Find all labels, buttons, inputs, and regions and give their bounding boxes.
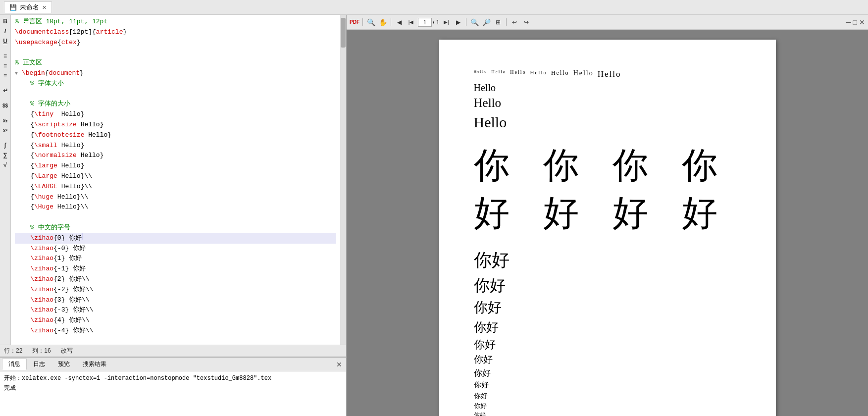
sum-button[interactable]: ∑ [1,151,10,159]
code-line: \documentclass[12pt]{article} [15,27,336,38]
code-line: % 中文的字号 [15,223,336,233]
scrollbar[interactable] [340,15,346,345]
code-line: % 字体的大小 [15,99,336,109]
scrollbar-thumb[interactable] [341,18,346,48]
log-line-2: 完成 [4,383,342,393]
align-left-button[interactable]: ≡ [1,52,10,60]
large-hellos: Hello Hello Hello [474,81,741,132]
subscript-button[interactable]: x₂ [1,116,10,125]
nihao-stack: 你好 你好 你好 你好 你好 你好 你好 你好 你好 你好 你好 你好 你好 [474,247,741,416]
zoom-out-button[interactable]: 🔍 [469,17,479,27]
bottom-tabs: 消息 日志 预览 搜索结果 ✕ [0,358,346,371]
code-line: {\footnotesize Hello} [15,130,336,141]
pdf-view[interactable]: Hello Hello Hello Hello Hello Hello Hell… [347,30,868,416]
code-editor[interactable]: % 导言区 10pt, 11pt, 12pt \documentclass[12… [11,15,340,345]
code-line: % 字体大小 [15,79,336,89]
page-separator: / 1 [433,19,439,26]
code-line: \zihao{3} 你好\\ [15,295,336,306]
right-panel: PDF 🔍 ✋ ◀ |◀ 1 / 1 ▶| ▶ 🔍 🔎 ⊞ ↩ ↪ ─ □ [347,15,868,416]
align-right-button[interactable]: ≡ [1,71,10,80]
edit-mode: 改写 [61,347,73,355]
code-line: \zihao{-4} 你好\\ [15,326,336,336]
current-page-input[interactable]: 1 [418,18,432,27]
cursor [82,233,83,240]
code-line: {\huge Hello}\\ [15,192,336,203]
maximize-button[interactable]: □ [853,18,857,26]
tab-close-button[interactable]: ✕ [42,4,47,11]
bottom-close-button[interactable]: ✕ [334,361,344,368]
pdf-icon: PDF [350,17,359,27]
pdf-toolbar: PDF 🔍 ✋ ◀ |◀ 1 / 1 ▶| ▶ 🔍 🔎 ⊞ ↩ ↪ ─ □ [347,15,868,30]
search-pdf-button[interactable]: 🔍 [366,17,376,27]
bottom-content: 开始：xelatex.exe -synctex=1 -interaction=n… [0,371,346,416]
code-line-highlighted: \zihao{0} 你好 [15,233,336,244]
code-line: \zihao{-2} 你好\\ [15,285,336,295]
code-line: {\tiny Hello} [15,109,336,120]
tab-title: 未命名 [20,3,39,12]
nihao-large-row: 你好 你好 你好 你好 [474,142,741,237]
code-line: {\small Hello} [15,141,336,151]
title-bar: 💾 未命名 ✕ [0,0,868,15]
minimize-button[interactable]: ─ [846,18,851,26]
next-page-button[interactable]: ▶ [453,17,463,27]
code-line: \zihao{1} 你好 [15,254,336,264]
integral-button[interactable]: ∫ [1,141,10,150]
code-line [15,89,336,100]
close-panel-button[interactable]: ✕ [859,18,865,26]
code-line: {\LARGE Hello}\\ [15,182,336,192]
left-panel: B I U ≡ ≡ ≡ ↵ $$ x₂ x² ∫ ∑ √ [0,15,347,416]
window-buttons: ─ □ ✕ [846,18,865,26]
code-line: \zihao{-3} 你好\\ [15,305,336,315]
code-line: ▼ \begin{document} [15,68,336,79]
code-line: \zihao{-0} 你好 [15,244,336,254]
align-center-button[interactable]: ≡ [1,61,10,70]
code-line: {\scriptsize Hello} [15,120,336,130]
last-page-button[interactable]: ▶| [441,17,451,27]
tab-search[interactable]: 搜索结果 [76,359,113,370]
editor-container: B I U ≡ ≡ ≡ ↵ $$ x₂ x² ∫ ∑ √ [0,15,346,345]
math-button[interactable]: $$ [1,101,10,110]
log-line-1: 开始：xelatex.exe -synctex=1 -interaction=n… [4,373,342,383]
code-line: {\Large Hello}\\ [15,171,336,182]
hand-tool-button[interactable]: ✋ [378,17,388,27]
code-line: \zihao{2} 你好\\ [15,274,336,285]
prev-page-button[interactable]: ◀ [394,17,404,27]
italic-button[interactable]: I [1,27,10,36]
code-line: \usepackage{ctex} [15,38,336,48]
code-line: % 正文区 [15,58,336,68]
tab-preview[interactable]: 预览 [51,359,76,370]
back-button[interactable]: ↩ [510,17,519,27]
code-line: \zihao{4} 你好\\ [15,315,336,326]
pdf-page: Hello Hello Hello Hello Hello Hello Hell… [439,40,776,416]
code-line: {\normalsize Hello} [15,151,336,161]
underline-button[interactable]: U [1,37,10,46]
tab-log[interactable]: 日志 [27,359,51,370]
main-area: B I U ≡ ≡ ≡ ↵ $$ x₂ x² ∫ ∑ √ [0,15,868,416]
col-label: 列：16 [32,347,51,355]
bold-button[interactable]: B [1,17,10,26]
code-line: \zihao{-1} 你好 [15,264,336,274]
row-label: 行：22 [4,347,22,355]
status-bar: 行：22 列：16 改写 [0,345,346,357]
forward-button[interactable]: ↪ [521,17,531,27]
code-line [15,48,336,58]
page-info: 1 / 1 [418,18,439,27]
zoom-in-button[interactable]: 🔎 [481,17,491,27]
left-toolbar: B I U ≡ ≡ ≡ ↵ $$ x₂ x² ∫ ∑ √ [0,15,11,345]
code-line: % 导言区 10pt, 11pt, 12pt [15,17,336,27]
sqrt-button[interactable]: √ [1,160,10,169]
bottom-panel: 消息 日志 预览 搜索结果 ✕ 开始：xelatex.exe -synctex=… [0,357,346,416]
fit-page-button[interactable]: ⊞ [493,17,503,27]
editor-tab[interactable]: 💾 未命名 ✕ [4,1,52,13]
small-hellos-row: Hello Hello Hello Hello Hello Hello Hell… [474,69,741,79]
newline-button[interactable]: ↵ [1,86,10,95]
superscript-button[interactable]: x² [1,126,10,135]
code-content[interactable]: % 导言区 10pt, 11pt, 12pt \documentclass[12… [11,15,340,345]
code-line: {\large Hello} [15,161,336,171]
tab-messages[interactable]: 消息 [2,359,27,370]
code-line [15,212,336,223]
code-line: {\Huge Hello}\\ [15,202,336,212]
first-page-button[interactable]: |◀ [406,17,416,27]
save-icon: 💾 [9,4,17,11]
